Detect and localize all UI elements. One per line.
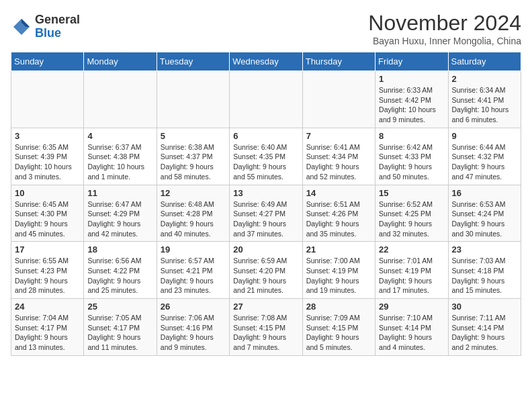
- calendar-cell: 4Sunrise: 6:37 AMSunset: 4:38 PMDaylight…: [84, 128, 157, 185]
- day-number: 3: [15, 131, 80, 141]
- calendar-cell: 18Sunrise: 6:56 AMSunset: 4:22 PMDayligh…: [84, 242, 157, 299]
- day-number: 22: [379, 244, 444, 255]
- day-info: Sunrise: 6:56 AMSunset: 4:22 PMDaylight:…: [87, 256, 152, 295]
- calendar-cell: [230, 71, 302, 128]
- day-number: 17: [15, 244, 80, 255]
- day-number: 12: [161, 188, 226, 198]
- day-info: Sunrise: 6:41 AMSunset: 4:34 PMDaylight:…: [306, 142, 371, 182]
- header-tuesday: Tuesday: [157, 52, 229, 71]
- day-number: 13: [233, 188, 298, 198]
- calendar-cell: 14Sunrise: 6:51 AMSunset: 4:26 PMDayligh…: [302, 185, 375, 242]
- calendar-cell: 2Sunrise: 6:34 AMSunset: 4:41 PMDaylight…: [448, 71, 521, 128]
- day-number: 18: [87, 244, 152, 255]
- day-number: 20: [233, 244, 298, 255]
- calendar-cell: 19Sunrise: 6:57 AMSunset: 4:21 PMDayligh…: [157, 242, 229, 299]
- day-info: Sunrise: 6:47 AMSunset: 4:29 PMDaylight:…: [87, 199, 152, 239]
- header-wednesday: Wednesday: [230, 52, 302, 71]
- calendar-cell: 30Sunrise: 7:11 AMSunset: 4:14 PMDayligh…: [448, 299, 521, 356]
- header-sunday: Sunday: [11, 52, 84, 71]
- day-number: 16: [452, 188, 517, 198]
- calendar-cell: 22Sunrise: 7:01 AMSunset: 4:19 PMDayligh…: [375, 242, 448, 299]
- header-saturday: Saturday: [448, 52, 521, 71]
- calendar-cell: 20Sunrise: 6:59 AMSunset: 4:20 PMDayligh…: [230, 242, 302, 299]
- day-number: 4: [87, 131, 152, 141]
- day-info: Sunrise: 6:51 AMSunset: 4:26 PMDaylight:…: [306, 199, 371, 239]
- day-number: 26: [161, 302, 226, 312]
- calendar-cell: 15Sunrise: 6:52 AMSunset: 4:25 PMDayligh…: [375, 185, 448, 242]
- day-number: 2: [452, 74, 517, 84]
- day-number: 30: [452, 302, 517, 312]
- day-info: Sunrise: 6:52 AMSunset: 4:25 PMDaylight:…: [379, 199, 444, 239]
- day-number: 15: [379, 188, 444, 198]
- day-number: 6: [233, 131, 298, 141]
- header: General Blue November 2024 Bayan Huxu, I…: [11, 11, 521, 46]
- logo-icon: [11, 16, 32, 38]
- day-info: Sunrise: 7:08 AMSunset: 4:15 PMDaylight:…: [233, 313, 298, 353]
- day-number: 14: [306, 188, 371, 198]
- day-info: Sunrise: 6:42 AMSunset: 4:33 PMDaylight:…: [379, 142, 444, 182]
- calendar-cell: 1Sunrise: 6:33 AMSunset: 4:42 PMDaylight…: [375, 71, 448, 128]
- header-monday: Monday: [84, 52, 157, 71]
- day-number: 5: [161, 131, 226, 141]
- calendar-header: Sunday Monday Tuesday Wednesday Thursday…: [11, 52, 521, 71]
- location-subtitle: Bayan Huxu, Inner Mongolia, China: [368, 36, 521, 46]
- calendar-cell: 12Sunrise: 6:48 AMSunset: 4:28 PMDayligh…: [157, 185, 229, 242]
- day-number: 11: [87, 188, 152, 198]
- day-number: 19: [161, 244, 226, 255]
- day-info: Sunrise: 7:11 AMSunset: 4:14 PMDaylight:…: [452, 313, 517, 353]
- day-info: Sunrise: 6:55 AMSunset: 4:23 PMDaylight:…: [15, 256, 80, 295]
- day-number: 10: [15, 188, 80, 198]
- header-row: Sunday Monday Tuesday Wednesday Thursday…: [11, 52, 521, 71]
- calendar-cell: [302, 71, 375, 128]
- calendar-week-1: 1Sunrise: 6:33 AMSunset: 4:42 PMDaylight…: [11, 71, 521, 128]
- day-info: Sunrise: 7:05 AMSunset: 4:17 PMDaylight:…: [87, 313, 152, 353]
- day-info: Sunrise: 7:09 AMSunset: 4:15 PMDaylight:…: [306, 313, 371, 353]
- calendar-week-4: 17Sunrise: 6:55 AMSunset: 4:23 PMDayligh…: [11, 242, 521, 299]
- day-number: 7: [306, 131, 371, 141]
- calendar-table: Sunday Monday Tuesday Wednesday Thursday…: [11, 52, 521, 356]
- day-info: Sunrise: 6:33 AMSunset: 4:42 PMDaylight:…: [379, 85, 444, 125]
- day-info: Sunrise: 6:35 AMSunset: 4:39 PMDaylight:…: [15, 142, 80, 182]
- day-number: 21: [306, 244, 371, 255]
- calendar-cell: 23Sunrise: 7:03 AMSunset: 4:18 PMDayligh…: [448, 242, 521, 299]
- logo-general-text: General: [35, 13, 80, 27]
- logo-blue-text: Blue: [35, 27, 80, 40]
- calendar-cell: 21Sunrise: 7:00 AMSunset: 4:19 PMDayligh…: [302, 242, 375, 299]
- calendar-cell: 26Sunrise: 7:06 AMSunset: 4:16 PMDayligh…: [157, 299, 229, 356]
- month-title: November 2024: [368, 11, 521, 36]
- day-number: 9: [452, 131, 517, 141]
- calendar-cell: 28Sunrise: 7:09 AMSunset: 4:15 PMDayligh…: [302, 299, 375, 356]
- calendar-body: 1Sunrise: 6:33 AMSunset: 4:42 PMDaylight…: [11, 71, 521, 356]
- day-number: 8: [379, 131, 444, 141]
- calendar-cell: [157, 71, 229, 128]
- calendar-cell: 11Sunrise: 6:47 AMSunset: 4:29 PMDayligh…: [84, 185, 157, 242]
- day-info: Sunrise: 6:38 AMSunset: 4:37 PMDaylight:…: [161, 142, 226, 182]
- day-number: 28: [306, 302, 371, 312]
- day-info: Sunrise: 6:49 AMSunset: 4:27 PMDaylight:…: [233, 199, 298, 239]
- calendar-cell: 3Sunrise: 6:35 AMSunset: 4:39 PMDaylight…: [11, 128, 84, 185]
- calendar-cell: 10Sunrise: 6:45 AMSunset: 4:30 PMDayligh…: [11, 185, 84, 242]
- title-area: November 2024 Bayan Huxu, Inner Mongolia…: [368, 11, 521, 46]
- day-number: 24: [15, 302, 80, 312]
- day-number: 23: [452, 244, 517, 255]
- calendar-cell: 25Sunrise: 7:05 AMSunset: 4:17 PMDayligh…: [84, 299, 157, 356]
- calendar-cell: 8Sunrise: 6:42 AMSunset: 4:33 PMDaylight…: [375, 128, 448, 185]
- day-info: Sunrise: 7:01 AMSunset: 4:19 PMDaylight:…: [379, 256, 444, 295]
- calendar-week-5: 24Sunrise: 7:04 AMSunset: 4:17 PMDayligh…: [11, 299, 521, 356]
- day-info: Sunrise: 6:40 AMSunset: 4:35 PMDaylight:…: [233, 142, 298, 182]
- calendar-cell: 16Sunrise: 6:53 AMSunset: 4:24 PMDayligh…: [448, 185, 521, 242]
- day-info: Sunrise: 7:06 AMSunset: 4:16 PMDaylight:…: [161, 313, 226, 353]
- calendar-cell: 5Sunrise: 6:38 AMSunset: 4:37 PMDaylight…: [157, 128, 229, 185]
- day-info: Sunrise: 6:37 AMSunset: 4:38 PMDaylight:…: [87, 142, 152, 182]
- day-info: Sunrise: 6:59 AMSunset: 4:20 PMDaylight:…: [233, 256, 298, 295]
- day-info: Sunrise: 6:53 AMSunset: 4:24 PMDaylight:…: [452, 199, 517, 239]
- calendar-week-2: 3Sunrise: 6:35 AMSunset: 4:39 PMDaylight…: [11, 128, 521, 185]
- day-info: Sunrise: 7:10 AMSunset: 4:14 PMDaylight:…: [379, 313, 444, 353]
- calendar-cell: 13Sunrise: 6:49 AMSunset: 4:27 PMDayligh…: [230, 185, 302, 242]
- day-info: Sunrise: 7:00 AMSunset: 4:19 PMDaylight:…: [306, 256, 371, 295]
- header-friday: Friday: [375, 52, 448, 71]
- calendar-cell: 29Sunrise: 7:10 AMSunset: 4:14 PMDayligh…: [375, 299, 448, 356]
- day-number: 1: [379, 74, 444, 84]
- calendar-cell: 27Sunrise: 7:08 AMSunset: 4:15 PMDayligh…: [230, 299, 302, 356]
- day-info: Sunrise: 6:44 AMSunset: 4:32 PMDaylight:…: [452, 142, 517, 182]
